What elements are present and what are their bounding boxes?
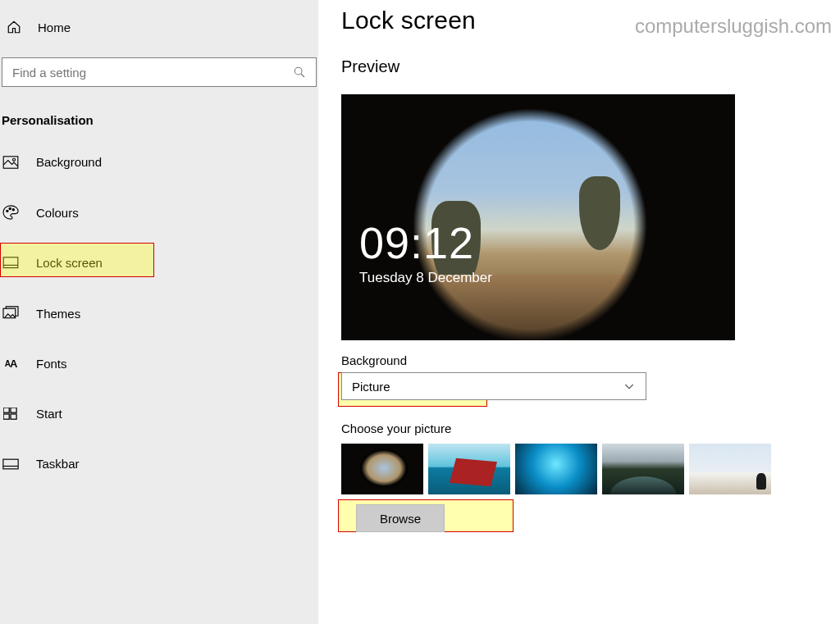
search-input[interactable] [12, 66, 293, 80]
dropdown-value: Picture [352, 380, 623, 394]
search-input-wrap[interactable] [2, 57, 317, 87]
preview-heading: Preview [341, 57, 825, 76]
home-label: Home [38, 20, 71, 34]
search-icon [293, 66, 306, 79]
sidebar-item-label: Background [36, 155, 102, 169]
choose-picture-label: Choose your picture [341, 421, 825, 435]
picture-thumb[interactable] [602, 444, 684, 494]
start-icon [2, 408, 20, 421]
picture-thumb[interactable] [341, 444, 423, 494]
sidebar-item-taskbar[interactable]: Taskbar [2, 453, 318, 474]
svg-rect-10 [3, 408, 9, 412]
home-row[interactable]: Home [0, 15, 318, 39]
chevron-down-icon [623, 380, 636, 393]
lock-screen-preview: 09:12 Tuesday 8 December [341, 94, 735, 340]
sidebar-item-start[interactable]: Start [2, 403, 318, 424]
picture-thumbnails [341, 444, 825, 494]
svg-point-4 [7, 210, 8, 212]
browse-button[interactable]: Browse [356, 504, 445, 532]
svg-rect-14 [3, 459, 18, 469]
svg-point-0 [294, 67, 302, 75]
sidebar-item-label: Fonts [36, 357, 67, 371]
home-icon [7, 20, 21, 34]
palette-icon [2, 205, 20, 220]
picture-thumb[interactable] [515, 444, 597, 494]
sidebar-item-label: Lock screen [36, 256, 103, 270]
svg-rect-12 [3, 414, 9, 419]
browse-label: Browse [380, 512, 421, 526]
svg-rect-13 [11, 414, 16, 419]
svg-rect-11 [11, 408, 16, 412]
main-panel: computersluggish.com Lock screen Preview… [318, 0, 840, 624]
svg-point-6 [12, 209, 14, 211]
svg-rect-7 [3, 257, 18, 267]
nav-list: Background Colours Lock screen [0, 152, 318, 474]
section-title: Personalisation [2, 113, 318, 127]
svg-point-5 [9, 207, 11, 209]
sidebar-item-background[interactable]: Background [2, 152, 318, 172]
taskbar-icon [2, 458, 20, 470]
sidebar-item-label: Colours [36, 206, 79, 220]
sidebar-item-colours[interactable]: Colours [2, 202, 318, 223]
watermark: computersluggish.com [635, 15, 832, 38]
sidebar-item-label: Themes [36, 307, 80, 321]
sidebar-item-themes[interactable]: Themes [2, 303, 318, 324]
sidebar-item-fonts[interactable]: AA Fonts [2, 353, 318, 374]
sidebar-item-label: Start [36, 407, 62, 421]
picture-icon [2, 156, 20, 169]
lock-screen-icon [2, 257, 20, 270]
sidebar-item-label: Taskbar [36, 457, 80, 471]
background-label: Background [341, 353, 825, 367]
fonts-icon: AA [2, 358, 20, 370]
sidebar-item-lock-screen[interactable]: Lock screen [2, 253, 318, 273]
preview-date: Tuesday 8 December [359, 270, 492, 286]
svg-line-1 [301, 74, 304, 77]
settings-sidebar: Home Personalisation Background [0, 0, 318, 624]
themes-icon [2, 306, 20, 321]
svg-point-3 [12, 158, 15, 161]
picture-thumb[interactable] [428, 444, 510, 494]
picture-thumb[interactable] [689, 444, 771, 494]
preview-time: 09:12 [359, 217, 474, 268]
background-dropdown[interactable]: Picture [341, 372, 646, 400]
svg-rect-9 [3, 308, 16, 317]
